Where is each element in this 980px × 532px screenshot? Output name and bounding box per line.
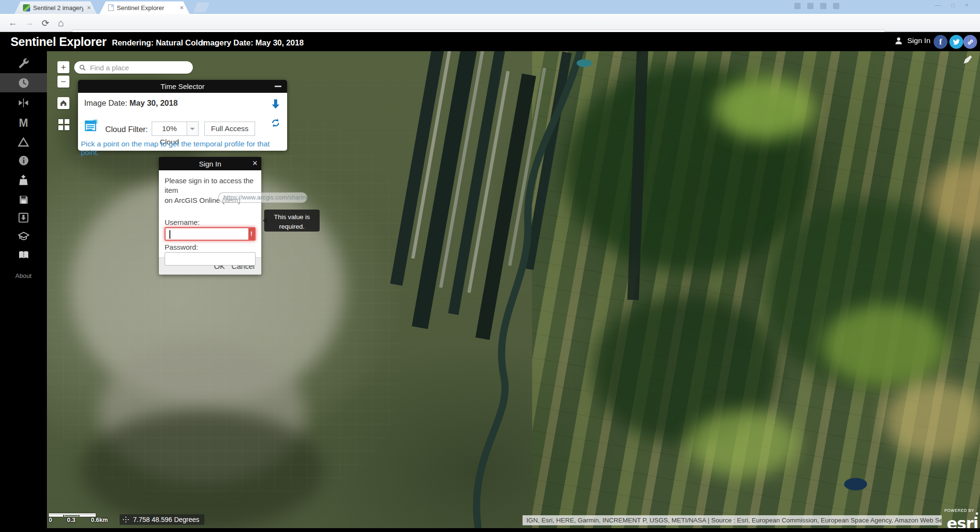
username-label: Username: bbox=[165, 218, 200, 226]
search-input[interactable] bbox=[90, 64, 176, 72]
username-field[interactable]: ! bbox=[165, 227, 256, 241]
image-date-label: Image Date: bbox=[84, 99, 129, 107]
cloud-filter-dropdown[interactable]: 10% Cloud bbox=[152, 122, 199, 136]
measure-m-icon: M bbox=[19, 117, 28, 130]
password-label: Password: bbox=[165, 243, 198, 251]
wrench-icon bbox=[17, 57, 30, 70]
scale-label-end: 0.6km bbox=[91, 517, 108, 523]
tab-sentinel-explorer[interactable]: Sentinel Explorer × bbox=[100, 1, 189, 14]
window-maximize-icon[interactable]: □ bbox=[951, 2, 955, 9]
temporal-profile-hint[interactable]: Pick a point on the map to get the tempo… bbox=[81, 140, 287, 157]
scale-label-mid: 0.3 bbox=[67, 517, 75, 523]
basemap-grid-icon[interactable] bbox=[58, 119, 70, 131]
esri-logo-text: esri bbox=[941, 517, 978, 528]
sidebar-item-info[interactable] bbox=[0, 151, 47, 170]
full-access-button[interactable]: Full Access bbox=[204, 122, 255, 136]
sign-in-dialog-body: Please sign in to access the item on Arc… bbox=[159, 170, 261, 257]
user-icon bbox=[894, 36, 903, 45]
tab1-title: Sentinel 2 imagery acces bbox=[33, 4, 83, 11]
sidebar-item-tools[interactable] bbox=[0, 54, 47, 73]
about-link[interactable]: About bbox=[0, 272, 47, 279]
imagery-date-label: Imagery Date: May 30, 2018 bbox=[201, 38, 304, 47]
share-link-icon[interactable] bbox=[963, 35, 977, 49]
rendering-label: Rendering: Natural Color bbox=[112, 38, 206, 47]
sign-in-dialog-titlebar[interactable]: Sign In × bbox=[159, 157, 261, 170]
sidebar-item-book[interactable] bbox=[0, 245, 47, 264]
new-tab-button[interactable] bbox=[193, 2, 210, 12]
home-icon[interactable]: ⌂ bbox=[55, 17, 67, 29]
download-date-icon[interactable] bbox=[270, 98, 281, 110]
education-icon bbox=[17, 230, 30, 243]
window-close-icon[interactable]: × bbox=[965, 2, 969, 9]
sidebar-item-education[interactable] bbox=[0, 226, 47, 245]
cloud-filter-value: 10% Cloud bbox=[152, 122, 187, 135]
screen: Sentinel 2 imagery acces × Sentinel Expl… bbox=[0, 0, 980, 532]
cloud-filter-label: Cloud Filter: bbox=[105, 118, 148, 134]
window-minimize-icon[interactable]: — bbox=[935, 2, 941, 9]
map-corner-pencil-icon[interactable] bbox=[962, 54, 973, 66]
forward-icon[interactable]: → bbox=[23, 17, 35, 29]
zoom-in-button[interactable]: + bbox=[57, 61, 69, 73]
tab1-close-icon[interactable]: × bbox=[86, 4, 92, 11]
sidebar-item-measure[interactable]: M bbox=[0, 113, 47, 133]
app-header: Sentinel Explorer Rendering: Natural Col… bbox=[0, 32, 980, 51]
chevron-down-icon bbox=[190, 128, 195, 133]
reload-icon[interactable]: ⟳ bbox=[39, 17, 52, 29]
search-icon bbox=[79, 64, 86, 71]
sidebar-item-change[interactable] bbox=[0, 133, 47, 152]
sidebar-item-save[interactable] bbox=[0, 190, 47, 209]
calendar-icon[interactable] bbox=[84, 119, 99, 133]
home-extent-button[interactable] bbox=[57, 97, 69, 109]
swipe-icon bbox=[17, 97, 30, 109]
back-icon[interactable]: ← bbox=[7, 17, 19, 29]
browser-tabstrip: Sentinel 2 imagery acces × Sentinel Expl… bbox=[0, 0, 980, 14]
tool-sidebar: M bbox=[0, 51, 47, 532]
field-error-icon: ! bbox=[248, 228, 255, 240]
tab2-close-icon[interactable]: × bbox=[179, 4, 185, 11]
facebook-icon[interactable]: f bbox=[934, 35, 947, 49]
book-icon bbox=[17, 248, 30, 261]
info-icon bbox=[18, 155, 30, 166]
dropdown-button[interactable] bbox=[187, 122, 198, 135]
clock-icon bbox=[17, 77, 30, 89]
sign-in-dialog-title: Sign In bbox=[199, 160, 222, 168]
sign-in-message-line1: Please sign in to access the item bbox=[165, 177, 254, 194]
esri-logo: POWERED BY esri bbox=[941, 508, 978, 528]
tab2-favicon bbox=[108, 4, 114, 11]
twitter-icon[interactable] bbox=[949, 35, 963, 49]
text-caret bbox=[169, 230, 170, 239]
sign-in-dialog: Sign In × Please sign in to access the i… bbox=[159, 157, 261, 275]
sign-in-button[interactable]: Sign In bbox=[894, 36, 930, 45]
image-date: Image Date: May 30, 2018 bbox=[84, 99, 178, 108]
app-title: Sentinel Explorer bbox=[11, 35, 107, 49]
taskbar-ghost-icons bbox=[794, 3, 839, 9]
tab1-favicon bbox=[23, 4, 30, 11]
password-field[interactable] bbox=[165, 252, 256, 266]
time-selector-panel: Time Selector Image Date: May 30, 2018 bbox=[78, 80, 287, 151]
save-icon bbox=[18, 194, 30, 206]
powered-by-label: POWERED BY bbox=[944, 508, 974, 513]
scale-bar: 0 0.3 0.6km bbox=[49, 513, 111, 523]
sidebar-item-add[interactable] bbox=[0, 171, 47, 190]
coordinates-readout: 7.758 48.596 Degrees bbox=[120, 514, 204, 525]
sidebar-item-download[interactable] bbox=[0, 208, 47, 227]
close-icon[interactable]: × bbox=[252, 158, 257, 168]
sidebar-item-time-selector[interactable] bbox=[0, 73, 47, 92]
minimize-panel-icon[interactable] bbox=[275, 86, 281, 87]
link-preview-tooltip: https://www.arcgis.com/sharing bbox=[218, 192, 307, 203]
map-canvas[interactable]: + − Time Selector Image Date: M bbox=[47, 51, 980, 528]
refresh-icon[interactable] bbox=[270, 118, 281, 128]
validation-tooltip: This value is required. bbox=[264, 210, 320, 232]
tab-sentinel2-imagery[interactable]: Sentinel 2 imagery acces × bbox=[14, 1, 97, 14]
browser-toolbar: ← → ⟳ ⌂ Secure https://sentinel2explorer… bbox=[0, 14, 980, 32]
place-search[interactable] bbox=[74, 61, 193, 74]
tab2-title: Sentinel Explorer bbox=[117, 4, 176, 11]
window-bottom-strip bbox=[0, 528, 980, 532]
time-selector-titlebar[interactable]: Time Selector bbox=[78, 80, 287, 93]
coordinates-value: 7.758 48.596 Degrees bbox=[133, 516, 200, 523]
time-selector-title: Time Selector bbox=[161, 82, 205, 90]
zoom-out-button[interactable]: − bbox=[57, 76, 69, 88]
sidebar-item-swipe[interactable] bbox=[0, 93, 47, 112]
download-icon bbox=[17, 211, 30, 224]
window-controls: — □ × bbox=[935, 2, 969, 9]
